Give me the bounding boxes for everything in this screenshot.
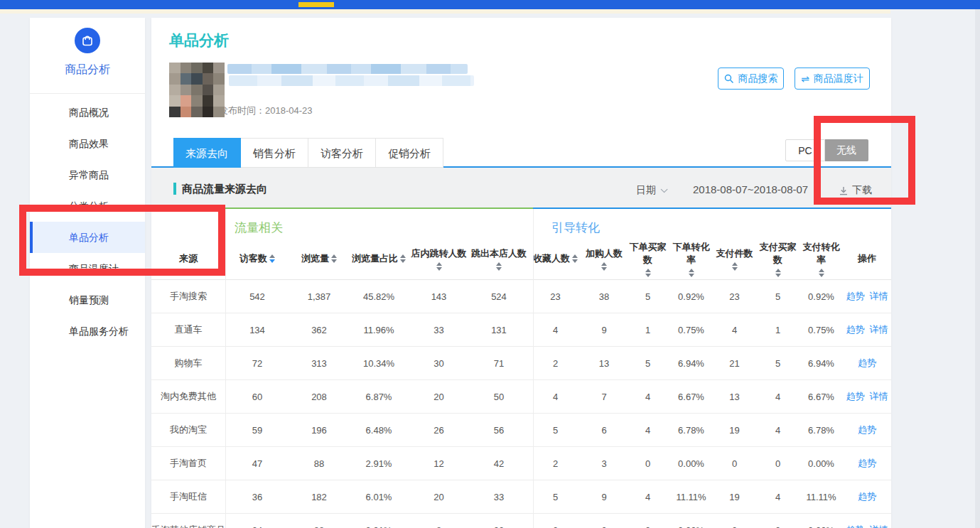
- date-filter-dropdown[interactable]: 日期: [636, 184, 665, 197]
- detail-link[interactable]: 详情: [870, 390, 888, 403]
- trend-link[interactable]: 趋势: [846, 390, 865, 403]
- date-range[interactable]: 2018-08-07~2018-08-07: [693, 183, 808, 195]
- order-buyers-cell: 5: [626, 291, 669, 302]
- notice-strip: [0, 9, 890, 14]
- favorites-cell: 4: [529, 392, 582, 402]
- sidebar-item[interactable]: 异常商品: [30, 159, 145, 190]
- order-rate-cell: 0.00%: [669, 525, 713, 528]
- paid-buyers-cell: 5: [756, 291, 799, 302]
- column-header[interactable]: 下单买家数: [626, 238, 669, 279]
- product-search-button[interactable]: 商品搜索: [718, 68, 784, 90]
- order-buyers-cell: 0: [626, 458, 669, 469]
- order-buyers-cell: 0: [626, 525, 669, 528]
- sort-icon[interactable]: [400, 254, 406, 263]
- views-cell: 208: [289, 392, 349, 402]
- order-buyers-cell: 4: [626, 492, 669, 502]
- active-nav-underline: [298, 2, 334, 7]
- table-row: 直通车 134 362 11.96% 33 131 4 9 1 0.75% 4 …: [151, 313, 891, 347]
- store-exits-cell: 524: [469, 291, 529, 302]
- sort-icon[interactable]: [601, 262, 607, 271]
- visitors-cell: 134: [225, 325, 289, 335]
- column-header[interactable]: 下单转化率: [669, 238, 713, 279]
- section-title: 商品流量来源去向: [182, 183, 267, 196]
- sort-icon[interactable]: [645, 269, 651, 277]
- sidebar-item[interactable]: 单品服务分析: [30, 316, 145, 347]
- trend-link[interactable]: 趋势: [858, 357, 876, 370]
- sidebar-title[interactable]: 商品分析: [30, 63, 145, 77]
- sidebar-item[interactable]: 销量预测: [30, 284, 145, 316]
- store-exits-cell: 56: [469, 425, 529, 436]
- product-thumbnail: [169, 63, 225, 117]
- sort-icon[interactable]: [269, 254, 275, 263]
- column-divider: [225, 209, 226, 528]
- column-header[interactable]: 跳出本店人数: [469, 238, 529, 279]
- store-jumps-cell: 30: [409, 358, 469, 369]
- paid-items-cell: 19: [713, 425, 756, 436]
- order-rate-cell: 0.92%: [669, 291, 713, 302]
- actions-cell: 趋势 详情: [843, 323, 891, 336]
- table-row: 购物车 72 313 10.34% 30 71 2 13 5 6.94% 21 …: [151, 347, 891, 380]
- paid-rate-cell: 6.94%: [799, 358, 843, 369]
- views-cell: 196: [289, 425, 349, 436]
- trend-link[interactable]: 趋势: [846, 524, 865, 528]
- column-header[interactable]: 加购人数: [582, 238, 626, 279]
- cart-adds-cell: 0: [582, 525, 626, 528]
- detail-link[interactable]: 详情: [870, 323, 888, 336]
- sidebar-header: 商品分析: [30, 18, 145, 77]
- main-panel: 单品分析 发布时间：2018-04-23 商品搜索 ⇌ 商品温度计: [151, 18, 891, 528]
- store-jumps-cell: 20: [409, 392, 469, 402]
- sort-icon[interactable]: [689, 269, 694, 277]
- tab[interactable]: 销售分析: [241, 138, 308, 168]
- sidebar-item[interactable]: 商品效果: [30, 128, 145, 159]
- store-exits-cell: 131: [469, 325, 529, 335]
- views-share-cell: 2.91%: [349, 525, 409, 528]
- shopping-bag-icon: [75, 28, 100, 53]
- tab[interactable]: 来源去向: [173, 138, 241, 168]
- sort-icon[interactable]: [436, 262, 442, 271]
- column-header[interactable]: 浏览量: [289, 238, 349, 279]
- sort-icon[interactable]: [819, 269, 824, 277]
- tab[interactable]: 访客分析: [308, 138, 376, 168]
- product-thermometer-button[interactable]: ⇌ 商品温度计: [795, 68, 870, 90]
- column-header[interactable]: 支付件数: [713, 238, 756, 279]
- visitors-cell: 59: [225, 425, 289, 436]
- store-exits-cell: 33: [469, 492, 529, 502]
- table-row: 手淘搜索 542 1,387 45.82% 143 524 23 38 5 0.…: [151, 280, 891, 313]
- sort-icon[interactable]: [331, 254, 337, 263]
- cart-adds-cell: 9: [582, 325, 626, 335]
- scrollbar[interactable]: [975, 9, 980, 528]
- store-jumps-cell: 12: [409, 458, 469, 469]
- order-rate-cell: 6.78%: [669, 425, 713, 436]
- trend-link[interactable]: 趋势: [858, 457, 876, 470]
- trend-link[interactable]: 趋势: [858, 490, 876, 503]
- column-header[interactable]: 访客数: [225, 238, 289, 279]
- column-header[interactable]: 浏览量占比: [349, 238, 409, 279]
- sidebar-item[interactable]: 商品概况: [30, 97, 145, 128]
- sort-icon[interactable]: [732, 262, 738, 271]
- sort-icon[interactable]: [572, 254, 578, 263]
- chevron-down-icon: [661, 185, 668, 193]
- views-cell: 362: [289, 325, 349, 335]
- order-rate-cell: 0.00%: [669, 458, 713, 469]
- detail-link[interactable]: 详情: [870, 524, 888, 528]
- publish-time: 发布时间：2018-04-23: [219, 104, 313, 117]
- column-header[interactable]: 支付转化率: [799, 238, 843, 279]
- trend-link[interactable]: 趋势: [858, 424, 876, 436]
- favorites-cell: 4: [529, 325, 582, 335]
- views-share-cell: 10.34%: [349, 358, 409, 369]
- tab[interactable]: 促销分析: [376, 138, 443, 168]
- sort-icon[interactable]: [496, 262, 502, 271]
- cart-adds-cell: 3: [582, 458, 626, 469]
- trend-link[interactable]: 趋势: [846, 290, 865, 303]
- column-header[interactable]: 支付买家数: [756, 238, 799, 279]
- paid-rate-cell: 6.78%: [799, 425, 843, 436]
- actions-cell: 趋势: [843, 357, 891, 370]
- page-title: 单品分析: [169, 31, 229, 50]
- trend-link[interactable]: 趋势: [846, 323, 865, 336]
- column-header[interactable]: 收藏人数: [529, 238, 582, 279]
- table-row: 我的淘宝 59 196 6.48% 26 56 5 6 4 6.78% 19 4…: [151, 414, 891, 447]
- detail-link[interactable]: 详情: [870, 290, 888, 303]
- sort-icon[interactable]: [775, 269, 781, 277]
- column-header[interactable]: 店内跳转人数: [409, 238, 469, 279]
- views-share-cell: 2.91%: [349, 458, 409, 469]
